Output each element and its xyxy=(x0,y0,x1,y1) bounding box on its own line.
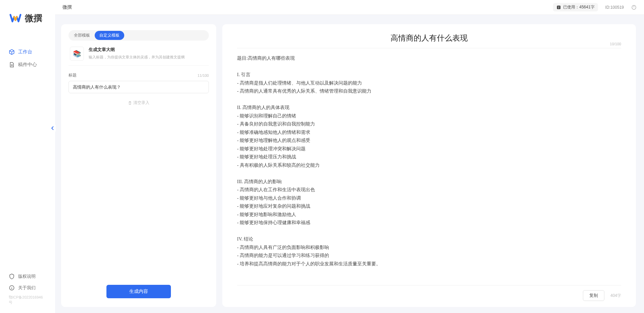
nav-item-label: 版权说明 xyxy=(18,273,36,279)
logo-icon xyxy=(9,12,21,24)
template-thumb-icon: 📚 xyxy=(70,47,84,61)
output-title: 高情商的人有什么表现 xyxy=(237,33,621,43)
nav-item-label: 工作台 xyxy=(18,49,32,55)
template-desc: 输入标题，为你提供文章主体的灵感，并为其创建推文提纲 xyxy=(89,54,208,60)
sidebar: 微撰 工作台 稿件中心 版权说明 关于我们 鄂ICP备2022016946号 xyxy=(0,0,55,313)
user-id: ID:100519 xyxy=(605,5,624,10)
collapse-sidebar-button[interactable] xyxy=(50,125,56,132)
spacer xyxy=(68,112,209,285)
info-icon xyxy=(9,285,15,291)
svg-text:T: T xyxy=(558,6,560,9)
template-card: 📚 生成文章大纲 输入标题，为你提供文章主体的灵感，并为其创建推文提纲 xyxy=(68,41,209,66)
input-panel: 全部模板 自定义模板 📚 生成文章大纲 输入标题，为你提供文章主体的灵感，并为其… xyxy=(61,24,216,307)
output-title-row: 高情商的人有什么表现 10/100 xyxy=(237,33,621,48)
logo-text: 微撰 xyxy=(25,12,42,24)
header-title: 微撰 xyxy=(62,4,72,10)
tab-custom-templates[interactable]: 自定义模板 xyxy=(95,31,124,40)
template-tabs: 全部模板 自定义模板 xyxy=(68,30,209,41)
header-right: T 已使用：45641字 ID:100519 xyxy=(553,3,637,11)
title-input[interactable] xyxy=(68,81,209,93)
cube-icon xyxy=(9,49,15,55)
nav-item-label: 关于我们 xyxy=(18,285,36,291)
output-word-count: 404字 xyxy=(610,293,621,299)
output-body[interactable]: 题目:高情商的人有哪些表现 I. 引言 - 高情商是指人们处理情绪、与他人互动以… xyxy=(237,48,621,285)
title-char-count: 11/100 xyxy=(197,73,209,77)
trash-icon xyxy=(128,101,132,105)
chevron-left-icon xyxy=(51,126,54,130)
template-title: 生成文章大纲 xyxy=(89,47,208,53)
text-icon: T xyxy=(556,5,561,10)
nav-item-about[interactable]: 关于我们 xyxy=(0,282,55,294)
output-title-counter: 10/100 xyxy=(610,42,621,46)
nav-item-workspace[interactable]: 工作台 xyxy=(0,46,55,58)
label-row: 标题 11/100 xyxy=(68,72,209,78)
clear-label: 清空录入 xyxy=(133,100,149,106)
nav-item-label: 稿件中心 xyxy=(18,62,37,68)
usage-text: 已使用：45641字 xyxy=(563,4,594,10)
tab-all-templates[interactable]: 全部模板 xyxy=(69,31,95,40)
clear-input-button[interactable]: 清空录入 xyxy=(68,93,209,112)
icp-text: 鄂ICP备2022016946号 xyxy=(0,294,55,308)
title-field-label: 标题 xyxy=(68,72,77,78)
shield-icon xyxy=(9,273,15,279)
output-footer: 复制 404字 xyxy=(237,285,621,301)
template-info: 生成文章大纲 输入标题，为你提供文章主体的灵感，并为其创建推文提纲 xyxy=(89,47,208,61)
nav-list: 工作台 稿件中心 xyxy=(0,32,55,271)
nav-item-copyright[interactable]: 版权说明 xyxy=(0,271,55,282)
power-icon[interactable] xyxy=(631,5,637,10)
generate-button[interactable]: 生成内容 xyxy=(106,285,171,298)
document-icon xyxy=(9,62,15,68)
nav-item-drafts[interactable]: 稿件中心 xyxy=(0,58,55,71)
header: 微撰 T 已使用：45641字 ID:100519 xyxy=(55,0,644,15)
form-area: 标题 11/100 清空录入 xyxy=(68,66,209,112)
copy-button[interactable]: 复制 xyxy=(583,290,604,301)
usage-badge[interactable]: T 已使用：45641字 xyxy=(553,3,598,11)
bottom-nav: 版权说明 关于我们 鄂ICP备2022016946号 xyxy=(0,271,55,313)
logo: 微撰 xyxy=(0,0,55,32)
main: 全部模板 自定义模板 📚 生成文章大纲 输入标题，为你提供文章主体的灵感，并为其… xyxy=(55,15,644,313)
output-panel: 高情商的人有什么表现 10/100 题目:高情商的人有哪些表现 I. 引言 - … xyxy=(222,24,636,307)
